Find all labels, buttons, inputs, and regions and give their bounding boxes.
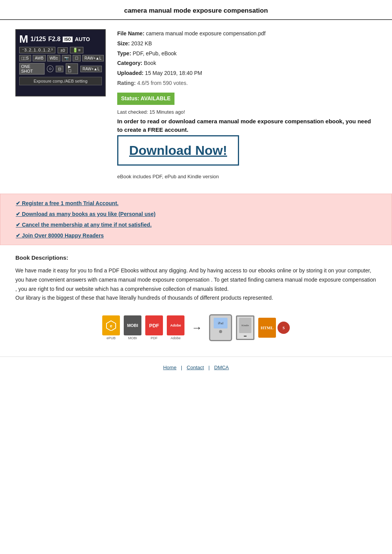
pdf-icon-group: PDF PDF	[145, 315, 163, 340]
cta-link-3[interactable]: ✔ Cancel the membership at any time if n…	[16, 222, 152, 228]
cta-band: ✔ Register a free 1 month Trial Account.…	[0, 194, 392, 245]
file-uploaded-line: Uploaded: 15 May 2019, 18:40 PM	[117, 69, 377, 78]
file-name-line: File Name: camera manual mode exposure c…	[117, 29, 377, 38]
file-type-line: Type: PDF, ePub, eBook	[117, 49, 377, 58]
arrow-icon: →	[191, 322, 202, 334]
html-icons-group: HTML S	[258, 318, 290, 338]
mobi-icon-group: MOBI MOBI	[124, 315, 141, 340]
page-footer: Home | Contact | DMCA	[0, 357, 392, 382]
last-checked-text: Last checked: 15 Minutes ago!	[117, 108, 377, 116]
footer-home-link[interactable]: Home	[163, 365, 176, 370]
file-category-line: Category: Book	[117, 59, 377, 68]
book-desc-title: Book Descriptions:	[15, 253, 377, 263]
cam-footer-label: Exposure comp./AEB setting	[19, 77, 102, 85]
pdf-icon: PDF	[145, 315, 163, 335]
main-content-area: M 1/125 F2.8 ISO AUTO ⁻3..2..1..0..1..2.…	[0, 29, 392, 182]
ebook-note-text: eBook includes PDF, ePub and Kindle vers…	[117, 173, 377, 181]
cta-item-3[interactable]: ✔ Cancel the membership at any time if n…	[16, 219, 376, 230]
epub-icon-group: e ePUB	[102, 315, 120, 340]
book-desc-body: We have made it easy for you to find a P…	[15, 266, 377, 303]
file-info-panel: File Name: camera manual mode exposure c…	[117, 29, 377, 182]
file-rating-line: Rating: 4.6/5 from 590 votes.	[117, 79, 377, 88]
ipad-icon: iPad	[209, 314, 232, 341]
format-icons-row: e ePUB MOBI MOBI PDF PDF Adobe Adobe → i…	[0, 314, 392, 341]
html-icon: HTML	[258, 318, 276, 338]
footer-sep-1: |	[181, 365, 182, 370]
cam-m-label: M	[19, 33, 28, 45]
adobe-icon: Adobe	[167, 315, 184, 335]
cta-link-2[interactable]: ✔ Download as many books as you like (Pe…	[16, 211, 156, 217]
camera-image: M 1/125 F2.8 ISO AUTO ⁻3..2..1..0..1..2.…	[15, 29, 106, 96]
kindle-icon: Kindle ▬	[236, 315, 254, 340]
footer-contact-link[interactable]: Contact	[187, 365, 204, 370]
footer-sep-2: |	[208, 365, 209, 370]
circle-icon: S	[277, 322, 290, 334]
footer-dmca-link[interactable]: DMCA	[214, 365, 229, 370]
cta-item-2[interactable]: ✔ Download as many books as you like (Pe…	[16, 209, 376, 219]
book-description-section: Book Descriptions: We have made it easy …	[0, 253, 392, 303]
cta-item-1[interactable]: ✔ Register a free 1 month Trial Account.	[16, 198, 376, 209]
cta-item-4[interactable]: ✔ Join Over 80000 Happy Readers	[16, 230, 376, 241]
page-title: camera manual mode exposure compensation	[15, 7, 377, 15]
mobi-icon: MOBI	[124, 315, 141, 335]
status-badge: Status: AVAILABLE	[117, 93, 174, 105]
download-prompt-text: In order to read or download camera manu…	[117, 117, 377, 134]
epub-icon: e	[102, 315, 120, 335]
adobe-icon-group: Adobe Adobe	[167, 315, 184, 340]
cta-link-4[interactable]: ✔ Join Over 80000 Happy Readers	[16, 232, 104, 239]
page-title-bar: camera manual mode exposure compensation	[0, 0, 392, 20]
download-now-button[interactable]: Download Now!	[117, 135, 239, 166]
cta-link-1[interactable]: ✔ Register a free 1 month Trial Account.	[16, 200, 118, 206]
svg-text:e: e	[110, 323, 112, 328]
file-size-line: Size: 2032 KB	[117, 39, 377, 48]
